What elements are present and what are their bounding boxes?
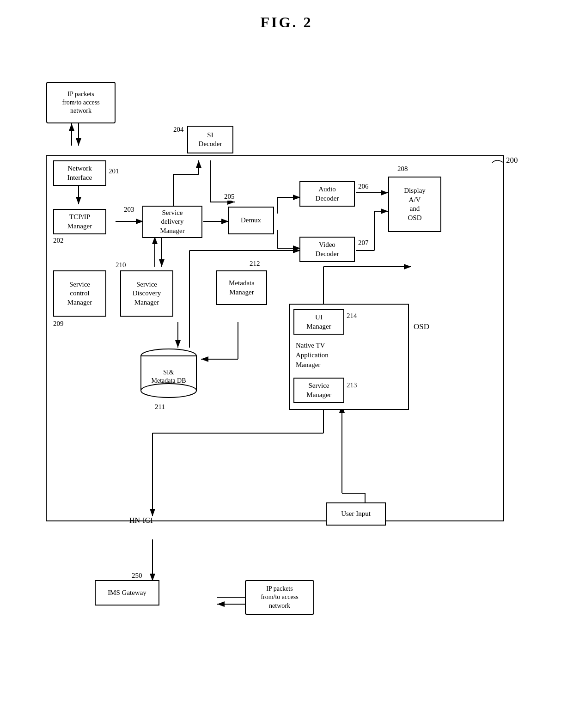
bracket-200 (490, 153, 513, 167)
osd-label: OSD (414, 322, 429, 331)
tcp-ip-manager-label: TCP/IPManager (67, 213, 92, 231)
page: FIG. 2 (0, 0, 573, 728)
service-manager-label: ServiceManager (306, 381, 331, 399)
ip-packets-bottom-label: IP packetsfrom/to accessnetwork (261, 585, 298, 610)
ims-gateway-label: IMS Gateway (108, 588, 146, 598)
network-interface-box: NetworkInterface (53, 160, 106, 186)
ip-packets-top-box: IP packetsfrom/to accessnetwork (46, 82, 116, 123)
svg-text:Metadata DB: Metadata DB (151, 377, 186, 384)
demux-label: Demux (241, 216, 261, 225)
label-214: 214 (347, 312, 357, 320)
ip-packets-top-label: IP packetsfrom/to accessnetwork (62, 90, 99, 116)
display-label: DisplayA/VandOSD (404, 186, 426, 222)
user-input-label: User Input (341, 509, 371, 519)
label-205: 205 (224, 193, 235, 201)
label-210: 210 (116, 261, 126, 269)
service-control-manager-label: ServicecontrolManager (67, 280, 92, 307)
ui-manager-box: UIManager (293, 309, 344, 335)
label-209: 209 (53, 320, 64, 328)
user-input-box: User Input (326, 502, 386, 526)
network-interface-label: NetworkInterface (67, 164, 92, 182)
svg-point-42 (141, 384, 196, 398)
hn-igi-label: HN-IGI (129, 516, 153, 525)
figure-title: FIG. 2 (14, 14, 559, 31)
label-212: 212 (250, 260, 260, 268)
ui-manager-label: UIManager (306, 313, 331, 331)
label-208: 208 (397, 165, 408, 173)
tcp-ip-manager-box: TCP/IPManager (53, 209, 106, 234)
si-decoder-label: SIDecoder (199, 131, 222, 149)
service-discovery-manager-label: ServiceDiscoveryManager (133, 280, 161, 307)
audio-decoder-box: AudioDecoder (299, 181, 355, 207)
service-delivery-manager-box: ServicedeliveryManager (142, 206, 202, 238)
label-202: 202 (53, 237, 64, 245)
label-207: 207 (358, 239, 369, 247)
metadata-manager-label: MetadataManager (229, 279, 255, 297)
label-206: 206 (358, 183, 369, 190)
service-control-manager-box: ServicecontrolManager (53, 270, 106, 317)
metadata-manager-box: MetadataManager (216, 270, 267, 305)
si-metadata-db-box: SI& Metadata DB (139, 348, 199, 398)
label-201: 201 (109, 167, 119, 175)
ims-gateway-box: IMS Gateway (95, 580, 159, 606)
si-decoder-box: SIDecoder (187, 126, 233, 153)
audio-decoder-label: AudioDecoder (316, 185, 339, 203)
svg-text:SI&: SI& (163, 369, 174, 376)
label-250: 250 (132, 572, 142, 580)
label-211: 211 (155, 403, 165, 411)
native-tv-label: Native TVApplicationManager (293, 341, 404, 370)
ip-packets-bottom-box: IP packetsfrom/to accessnetwork (245, 580, 314, 615)
video-decoder-box: VideoDecoder (299, 237, 355, 262)
label-203: 203 (124, 206, 134, 214)
diagram-area: IP packetsfrom/to accessnetwork NetworkI… (18, 45, 555, 701)
demux-box: Demux (228, 207, 274, 234)
display-box: DisplayA/VandOSD (388, 177, 441, 232)
label-204: 204 (173, 126, 184, 134)
label-213: 213 (347, 381, 357, 389)
video-decoder-label: VideoDecoder (316, 240, 339, 258)
service-discovery-manager-box: ServiceDiscoveryManager (120, 270, 173, 317)
service-manager-box: ServiceManager (293, 378, 344, 403)
service-delivery-manager-label: ServicedeliveryManager (160, 208, 184, 236)
